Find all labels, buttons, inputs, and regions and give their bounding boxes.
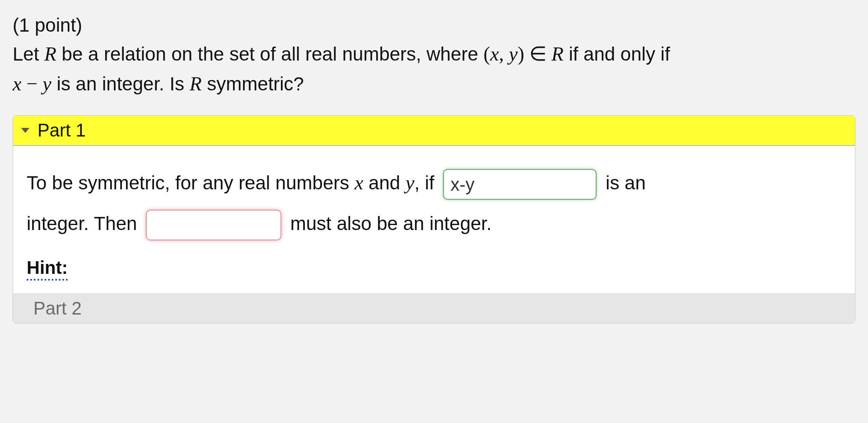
- hint-link[interactable]: Hint:: [27, 258, 68, 281]
- prompt-text-1a: Let: [13, 43, 44, 65]
- math-y-2: y: [42, 73, 51, 95]
- math-R: R: [44, 43, 56, 65]
- answer-input-2[interactable]: [146, 210, 281, 240]
- prompt-text-2b: symmetric?: [202, 73, 304, 94]
- math-R-3: R: [190, 73, 202, 95]
- part1-header[interactable]: Part 1: [13, 116, 855, 146]
- answer-input-1[interactable]: [443, 169, 597, 200]
- math-R-2: R: [551, 43, 564, 65]
- math-elem: ∈: [524, 43, 551, 65]
- math-x: x: [490, 43, 499, 65]
- math-y-3: y: [406, 172, 415, 194]
- math-y: y: [509, 43, 518, 65]
- part2-title: Part 2: [33, 298, 82, 319]
- t3: is an: [600, 172, 645, 193]
- and: and: [363, 172, 405, 193]
- t2: , if: [414, 172, 439, 193]
- problem-prompt: (1 point) Let R be a relation on the set…: [13, 11, 855, 99]
- t4: integer. Then: [27, 213, 142, 234]
- math-x-2: x: [13, 73, 22, 95]
- points-label: (1 point): [13, 14, 82, 36]
- math-minus: −: [22, 73, 43, 95]
- math-x-3: x: [355, 172, 364, 194]
- part2-header[interactable]: Part 2: [13, 294, 855, 323]
- t5: must also be an integer.: [285, 213, 492, 234]
- part1-title: Part 1: [37, 120, 86, 141]
- caret-down-icon: [21, 128, 29, 133]
- part1-text: To be symmetric, for any real numbers x …: [27, 162, 841, 244]
- problem-page: (1 point) Let R be a relation on the set…: [0, 0, 868, 324]
- part1-body: To be symmetric, for any real numbers x …: [13, 146, 855, 294]
- math-comma: ,: [499, 43, 509, 65]
- prompt-text-2a: is an integer. Is: [51, 73, 190, 94]
- math-paren-open: (: [484, 43, 490, 65]
- prompt-text-1b: be a relation on the set of all real num…: [56, 43, 484, 65]
- prompt-text-1c: if and only if: [564, 43, 670, 65]
- t1: To be symmetric, for any real numbers: [27, 172, 355, 193]
- math-paren-close: ): [518, 43, 524, 65]
- parts-accordion: Part 1 To be symmetric, for any real num…: [13, 115, 855, 324]
